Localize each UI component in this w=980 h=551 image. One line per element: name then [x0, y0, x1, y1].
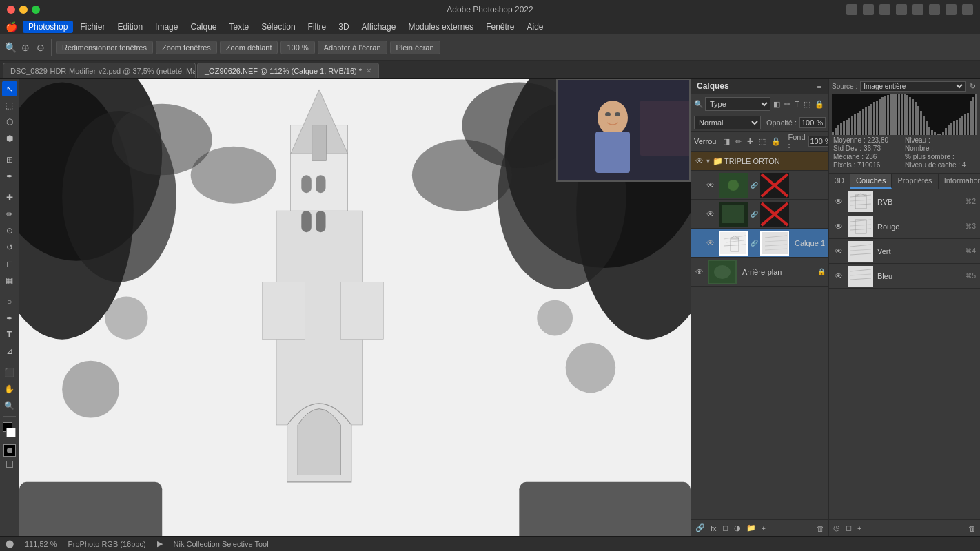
- tool-crop[interactable]: ⊞: [2, 152, 17, 167]
- filter-icon-5[interactable]: 🔒: [813, 99, 826, 110]
- group-expand-icon[interactable]: ▼: [705, 158, 711, 165]
- tab-3d[interactable]: 3D: [829, 174, 850, 189]
- zoom-100-btn[interactable]: 100 %: [280, 41, 314, 54]
- blend-mode-select[interactable]: Normal: [694, 116, 761, 129]
- tab-informations[interactable]: Informations: [939, 174, 980, 189]
- tool-heal[interactable]: ✚: [2, 190, 17, 205]
- delete-layer-icon[interactable]: 🗑: [815, 523, 826, 533]
- tool-zoom[interactable]: 🔍: [2, 398, 17, 413]
- channel-rouge[interactable]: 👁 Rouge ⌘3: [829, 214, 980, 239]
- menu-fichier[interactable]: Fichier: [74, 21, 110, 33]
- add-group-icon[interactable]: 📁: [745, 523, 757, 533]
- close-button[interactable]: [7, 6, 15, 14]
- menu-photoshop[interactable]: Photoshop: [23, 21, 73, 33]
- lock-transparent-icon[interactable]: ◨: [722, 136, 731, 147]
- zoom-icon[interactable]: 🔍: [4, 41, 17, 54]
- delete-channel-icon[interactable]: 🗑: [967, 523, 977, 533]
- tab-1[interactable]: _OZ90626.NEF @ 112% (Calque 1, RVB/16) *…: [197, 63, 379, 78]
- layer-3-eye[interactable]: 👁: [705, 180, 716, 191]
- tool-move[interactable]: ↖: [2, 81, 17, 96]
- new-layer-icon[interactable]: +: [760, 523, 767, 533]
- fit-screen-btn[interactable]: Adapter à l'écran: [318, 41, 387, 54]
- layers-panel-menu-icon[interactable]: ≡: [816, 81, 823, 91]
- histogram-source-select[interactable]: Image entière: [860, 81, 966, 92]
- layer-1[interactable]: 👁 🔗: [691, 229, 828, 258]
- layer-eye-group[interactable]: 👁: [694, 156, 705, 167]
- tool-shape[interactable]: ⬛: [2, 365, 17, 380]
- filter-icon-1[interactable]: ◧: [772, 99, 782, 110]
- menu-calque[interactable]: Calque: [185, 21, 222, 33]
- load-channel-icon[interactable]: ◷: [832, 523, 841, 533]
- filter-icon-3[interactable]: T: [793, 99, 801, 109]
- tool-dodge[interactable]: ○: [2, 294, 17, 309]
- lock-all-icon[interactable]: 🔒: [770, 136, 782, 147]
- channel-rvb-eye[interactable]: 👁: [833, 196, 844, 207]
- channel-bleu-eye[interactable]: 👁: [833, 271, 844, 282]
- new-channel-icon[interactable]: +: [856, 523, 863, 533]
- add-mask-icon[interactable]: ◻: [721, 523, 730, 533]
- layer-1-eye[interactable]: 👁: [705, 238, 716, 249]
- menu-aide[interactable]: Aide: [521, 21, 549, 33]
- tab-0[interactable]: DSC_0829-HDR-Modifier-v2.psd @ 37,5% (ne…: [3, 63, 196, 78]
- tool-text[interactable]: T: [2, 327, 17, 342]
- lock-pixels-icon[interactable]: ✏: [734, 136, 743, 147]
- channel-bleu[interactable]: 👁 Bleu ⌘5: [829, 264, 980, 289]
- channel-vert[interactable]: 👁 Vert ⌘4: [829, 239, 980, 264]
- layer-fx-icon[interactable]: fx: [709, 523, 718, 533]
- tool-clone[interactable]: ⊙: [2, 223, 17, 238]
- zoom-in-icon[interactable]: ⊕: [19, 41, 32, 54]
- lock-artboard-icon[interactable]: ⬚: [757, 136, 767, 147]
- fullscreen-button[interactable]: [32, 6, 40, 14]
- tool-path[interactable]: ⊿: [2, 344, 17, 359]
- menu-modules[interactable]: Modules externes: [402, 21, 479, 33]
- tool-eyedropper[interactable]: ✒: [2, 169, 17, 184]
- tool-gradient[interactable]: ▦: [2, 273, 17, 288]
- menu-3d[interactable]: 3D: [333, 21, 354, 33]
- menu-filtre[interactable]: Filtre: [303, 21, 332, 33]
- opacity-input[interactable]: [799, 117, 826, 128]
- tool-wand[interactable]: ⬢: [2, 131, 17, 146]
- zoom-out-icon[interactable]: ⊖: [34, 41, 47, 54]
- layer-2-eye[interactable]: 👁: [705, 209, 716, 220]
- layer-2[interactable]: 👁 🔗: [691, 200, 828, 229]
- background-color[interactable]: [6, 428, 16, 437]
- canvas-area[interactable]: [19, 79, 691, 536]
- tab-couches[interactable]: Couches: [850, 174, 892, 189]
- layer-bg-eye[interactable]: 👁: [694, 267, 705, 278]
- zoom-scroll-btn[interactable]: Zoom défilant: [220, 41, 278, 54]
- fullscreen-btn[interactable]: Plein écran: [390, 41, 440, 54]
- tab-proprietes[interactable]: Propriétés: [892, 174, 938, 189]
- layer-3[interactable]: 👁 🔗: [691, 171, 828, 200]
- menu-texte[interactable]: Texte: [224, 21, 255, 33]
- lock-position-icon[interactable]: ✚: [746, 136, 755, 147]
- resize-windows-btn[interactable]: Redimensionner fenêtres: [56, 41, 153, 54]
- tool-hand[interactable]: ✋: [2, 382, 17, 397]
- menu-edition[interactable]: Edition: [112, 21, 148, 33]
- tool-brush[interactable]: ✏: [2, 207, 17, 222]
- channel-rvb[interactable]: 👁 RVB ⌘2: [829, 189, 980, 214]
- apple-menu[interactable]: 🍎: [6, 21, 17, 32]
- channel-to-mask-icon[interactable]: ◻: [844, 523, 853, 533]
- layer-group-triple-orton[interactable]: 👁 ▼ 📁 TRIPLE ORTON: [691, 152, 828, 171]
- layer-background[interactable]: 👁 Arrière-plan 🔒: [691, 258, 828, 287]
- channel-vert-eye[interactable]: 👁: [833, 246, 844, 257]
- filter-icon-2[interactable]: ✏: [783, 99, 792, 110]
- channel-rouge-eye[interactable]: 👁: [833, 221, 844, 232]
- filter-icon-4[interactable]: ⬚: [802, 99, 812, 110]
- layers-filter-select[interactable]: Type: [705, 97, 770, 111]
- link-layers-icon[interactable]: 🔗: [694, 523, 706, 533]
- add-adjustment-icon[interactable]: ◑: [733, 523, 742, 533]
- standard-screen[interactable]: [6, 461, 13, 468]
- zoom-windows-btn[interactable]: Zoom fenêtres: [156, 41, 217, 54]
- menu-selection[interactable]: Sélection: [256, 21, 300, 33]
- tool-lasso[interactable]: ⬡: [2, 114, 17, 129]
- menu-image[interactable]: Image: [150, 21, 183, 33]
- minimize-button[interactable]: [19, 6, 28, 14]
- tool-pen[interactable]: ✒: [2, 311, 17, 326]
- histogram-refresh-icon[interactable]: ↻: [968, 81, 977, 92]
- tool-eraser[interactable]: ◻: [2, 256, 17, 271]
- menu-fenetre[interactable]: Fenêtre: [480, 21, 520, 33]
- quick-mask[interactable]: [3, 444, 16, 457]
- tab-1-close[interactable]: ✕: [366, 67, 371, 74]
- tool-marquee[interactable]: ⬚: [2, 98, 17, 113]
